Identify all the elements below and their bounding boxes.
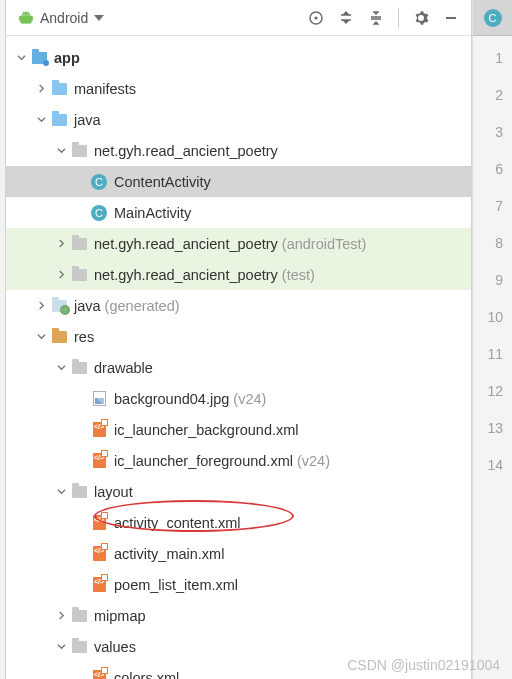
- xml-file-icon: [90, 545, 108, 563]
- collapse-arrow-icon[interactable]: [32, 84, 50, 93]
- hide-panel-button[interactable]: [439, 6, 463, 30]
- line-number: 8: [473, 235, 512, 272]
- line-number: 11: [473, 346, 512, 383]
- svg-rect-4: [446, 17, 456, 19]
- panel-toolbar: Android: [6, 0, 471, 36]
- tree-node-app[interactable]: app: [6, 42, 471, 73]
- tree-node-package[interactable]: net.gyh.read_ancient_poetry: [6, 135, 471, 166]
- expand-arrow-icon[interactable]: [32, 332, 50, 341]
- collapse-arrow-icon[interactable]: [52, 270, 70, 279]
- class-icon: C: [90, 204, 108, 222]
- folder-icon: [50, 80, 68, 98]
- tree-node-file[interactable]: background04.jpg(v24): [6, 383, 471, 414]
- editor-gutter: C 1 2 3 6 7 8 9 10 11 12 13 14: [472, 0, 512, 679]
- expand-all-button[interactable]: [334, 6, 358, 30]
- folder-icon: [70, 359, 88, 377]
- collapse-arrow-icon[interactable]: [52, 239, 70, 248]
- xml-file-icon: [90, 669, 108, 680]
- class-icon: C: [90, 173, 108, 191]
- view-mode-label: Android: [40, 10, 88, 26]
- package-icon: [70, 266, 88, 284]
- folder-icon: [70, 483, 88, 501]
- package-icon: [70, 142, 88, 160]
- tree-node-activity-content[interactable]: activity_content.xml: [6, 507, 471, 538]
- svg-point-1: [27, 13, 28, 14]
- collapse-arrow-icon[interactable]: [32, 301, 50, 310]
- expand-arrow-icon[interactable]: [52, 487, 70, 496]
- expand-arrow-icon[interactable]: [12, 53, 30, 62]
- expand-arrow-icon[interactable]: [52, 363, 70, 372]
- svg-point-3: [314, 16, 317, 19]
- expand-arrow-icon[interactable]: [52, 146, 70, 155]
- collapse-all-button[interactable]: [364, 6, 388, 30]
- xml-file-icon: [90, 421, 108, 439]
- line-number: 1: [473, 50, 512, 87]
- settings-button[interactable]: [409, 6, 433, 30]
- xml-file-icon: [90, 514, 108, 532]
- tree-node-file[interactable]: ic_launcher_background.xml: [6, 414, 471, 445]
- tree-node-manifests[interactable]: manifests: [6, 73, 471, 104]
- image-file-icon: [90, 390, 108, 408]
- svg-point-0: [23, 13, 24, 14]
- android-icon: [18, 10, 34, 26]
- line-number: 2: [473, 87, 512, 124]
- line-number: 3: [473, 124, 512, 161]
- line-number: 13: [473, 420, 512, 457]
- class-icon: C: [484, 9, 502, 27]
- tree-node-package-test[interactable]: net.gyh.read_ancient_poetry(test): [6, 259, 471, 290]
- xml-file-icon: [90, 452, 108, 470]
- tree-node-package-androidtest[interactable]: net.gyh.read_ancient_poetry(androidTest): [6, 228, 471, 259]
- expand-arrow-icon[interactable]: [52, 642, 70, 651]
- xml-file-icon: [90, 576, 108, 594]
- tree-node-layout[interactable]: layout: [6, 476, 471, 507]
- line-number: 10: [473, 309, 512, 346]
- select-opened-file-button[interactable]: [304, 6, 328, 30]
- line-number: 9: [473, 272, 512, 309]
- generated-folder-icon: [50, 297, 68, 315]
- tree-node-file[interactable]: activity_main.xml: [6, 538, 471, 569]
- tree-node-file[interactable]: ic_launcher_foreground.xml(v24): [6, 445, 471, 476]
- view-mode-dropdown[interactable]: Android: [14, 8, 108, 28]
- package-icon: [70, 235, 88, 253]
- tree-node-java[interactable]: java: [6, 104, 471, 135]
- collapse-arrow-icon[interactable]: [52, 611, 70, 620]
- project-tree[interactable]: app manifests java net.gyh.read_ancient_…: [6, 36, 471, 679]
- editor-tab[interactable]: C: [473, 0, 512, 36]
- line-number: 14: [473, 457, 512, 494]
- tree-node-mipmap[interactable]: mipmap: [6, 600, 471, 631]
- folder-icon: [70, 607, 88, 625]
- separator: [398, 8, 399, 28]
- watermark-text: CSDN @justin02191004: [347, 657, 500, 673]
- module-folder-icon: [30, 49, 48, 67]
- tree-node-file[interactable]: poem_list_item.xml: [6, 569, 471, 600]
- tree-node-main-activity[interactable]: CMainActivity: [6, 197, 471, 228]
- folder-icon: [50, 111, 68, 129]
- tree-node-content-activity[interactable]: CContentActivity: [6, 166, 471, 197]
- tree-node-java-generated[interactable]: java(generated): [6, 290, 471, 321]
- tree-node-drawable[interactable]: drawable: [6, 352, 471, 383]
- folder-icon: [70, 638, 88, 656]
- line-number: 12: [473, 383, 512, 420]
- chevron-down-icon: [94, 15, 104, 21]
- project-panel: Android app manifests java net.gyh.read_…: [6, 0, 472, 679]
- line-number: 7: [473, 198, 512, 235]
- expand-arrow-icon[interactable]: [32, 115, 50, 124]
- line-number: 6: [473, 161, 512, 198]
- tree-node-res[interactable]: res: [6, 321, 471, 352]
- res-folder-icon: [50, 328, 68, 346]
